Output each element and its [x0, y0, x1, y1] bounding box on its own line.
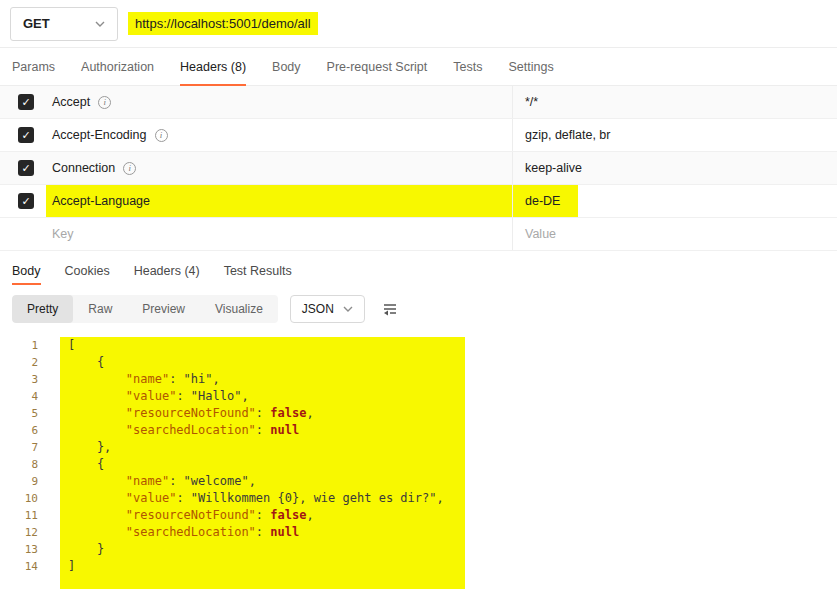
- language-label: JSON: [302, 302, 334, 316]
- response-tabs: BodyCookiesHeaders (4)Test Results: [0, 253, 837, 289]
- url-text: https://localhost:5001/demo/all: [128, 12, 318, 35]
- line-number: 4: [0, 388, 38, 405]
- request-tab-pre-request-script[interactable]: Pre-request Script: [327, 48, 428, 85]
- code-line: "searchedLocation": null: [68, 524, 459, 541]
- response-tab-cookies[interactable]: Cookies: [65, 253, 110, 289]
- response-tab-body[interactable]: Body: [12, 253, 41, 289]
- new-header-row: Key Value: [0, 218, 837, 251]
- code-line: "searchedLocation": null: [68, 422, 459, 439]
- code-line: {: [68, 456, 459, 473]
- chevron-down-icon: [343, 306, 353, 312]
- view-mode-pretty[interactable]: Pretty: [12, 295, 73, 323]
- request-tab-headers-8[interactable]: Headers (8): [180, 48, 246, 85]
- code-line: "resourceNotFound": false,: [68, 507, 459, 524]
- line-number: 8: [0, 456, 38, 473]
- header-key-cell[interactable]: Accept-Encodingi: [52, 119, 512, 151]
- header-row: ✓Connectionikeep-alive: [0, 152, 837, 185]
- method-label: GET: [23, 16, 50, 31]
- request-tab-settings[interactable]: Settings: [508, 48, 553, 85]
- line-number: 2: [0, 354, 38, 371]
- header-key-label: Accept: [52, 95, 90, 109]
- header-key-label: Accept-Language: [52, 194, 150, 208]
- code-line: {: [68, 354, 459, 371]
- line-number: 12: [0, 524, 38, 541]
- line-number: 14: [0, 558, 38, 575]
- header-value-cell[interactable]: gzip, deflate, br: [512, 119, 837, 151]
- header-value-cell[interactable]: de-DE: [512, 185, 837, 217]
- header-key-cell[interactable]: Accept-Language: [52, 185, 512, 217]
- code-line: },: [68, 439, 459, 456]
- header-checkbox-cell: ✓: [0, 185, 52, 217]
- view-mode-group: PrettyRawPreviewVisualize: [12, 295, 278, 323]
- line-number: 5: [0, 405, 38, 422]
- view-mode-visualize[interactable]: Visualize: [200, 295, 278, 323]
- line-number: 9: [0, 473, 38, 490]
- header-row: ✓Accepti*/*: [0, 86, 837, 119]
- code-line: "resourceNotFound": false,: [68, 405, 459, 422]
- header-checkbox[interactable]: ✓: [18, 160, 34, 176]
- header-key-label: Accept-Encoding: [52, 128, 147, 142]
- url-input[interactable]: https://localhost:5001/demo/all: [128, 16, 318, 31]
- line-number: 1: [0, 337, 38, 354]
- line-number: 6: [0, 422, 38, 439]
- line-number: 11: [0, 507, 38, 524]
- code-line: [: [68, 337, 459, 354]
- header-checkbox[interactable]: ✓: [18, 193, 34, 209]
- new-header-value-input[interactable]: Value: [525, 227, 556, 241]
- chevron-down-icon: [95, 21, 105, 27]
- line-number: 13: [0, 541, 38, 558]
- request-tab-tests[interactable]: Tests: [453, 48, 482, 85]
- request-url-bar: GET https://localhost:5001/demo/all: [0, 0, 837, 48]
- response-json: [ { "name": "hi", "value": "Hallo", "res…: [60, 337, 465, 589]
- header-row: ✓Accept-Languagede-DE: [0, 185, 837, 218]
- header-value-label: keep-alive: [525, 161, 582, 175]
- line-number: 3: [0, 371, 38, 388]
- header-key-cell[interactable]: Accepti: [52, 86, 512, 118]
- line-numbers: 1234567891011121314: [0, 337, 46, 589]
- line-number: 7: [0, 439, 38, 456]
- new-header-checkbox-cell: [0, 218, 52, 250]
- code-line: "name": "welcome",: [68, 473, 459, 490]
- header-key-cell[interactable]: Connectioni: [52, 152, 512, 184]
- beautify-icon: [381, 300, 399, 318]
- request-tab-body[interactable]: Body: [272, 48, 301, 85]
- response-tab-test-results[interactable]: Test Results: [224, 253, 292, 289]
- header-value-label: gzip, deflate, br: [525, 128, 610, 142]
- header-checkbox-cell: ✓: [0, 152, 52, 184]
- request-tabs: ParamsAuthorizationHeaders (8)BodyPre-re…: [0, 48, 837, 86]
- info-icon: i: [123, 162, 136, 175]
- headers-table: ✓Accepti*/*✓Accept-Encodingigzip, deflat…: [0, 86, 837, 218]
- header-value-label: */*: [525, 95, 538, 109]
- view-mode-raw[interactable]: Raw: [73, 295, 127, 323]
- header-checkbox[interactable]: ✓: [18, 94, 34, 110]
- request-tab-params[interactable]: Params: [12, 48, 55, 85]
- header-checkbox-cell: ✓: [0, 86, 52, 118]
- header-value-cell[interactable]: keep-alive: [512, 152, 837, 184]
- code-line: ]: [68, 558, 459, 575]
- header-checkbox-cell: ✓: [0, 119, 52, 151]
- language-select[interactable]: JSON: [290, 295, 365, 323]
- header-row: ✓Accept-Encodingigzip, deflate, br: [0, 119, 837, 152]
- beautify-button[interactable]: [377, 296, 403, 322]
- header-checkbox[interactable]: ✓: [18, 127, 34, 143]
- method-select[interactable]: GET: [10, 7, 118, 41]
- response-toolbar: PrettyRawPreviewVisualize JSON: [0, 289, 837, 329]
- header-value-label: de-DE: [525, 194, 560, 208]
- view-mode-preview[interactable]: Preview: [127, 295, 200, 323]
- code-line: "value": "Hallo",: [68, 388, 459, 405]
- line-number: 10: [0, 490, 38, 507]
- info-icon: i: [98, 96, 111, 109]
- header-key-label: Connection: [52, 161, 115, 175]
- code-line: "name": "hi",: [68, 371, 459, 388]
- new-header-key-input[interactable]: Key: [52, 227, 74, 241]
- info-icon: i: [155, 129, 168, 142]
- response-body: 1234567891011121314 [ { "name": "hi", "v…: [0, 329, 837, 589]
- header-value-cell[interactable]: */*: [512, 86, 837, 118]
- request-tab-authorization[interactable]: Authorization: [81, 48, 154, 85]
- code-line: }: [68, 541, 459, 558]
- code-line: "value": "Willkommen {0}, wie geht es di…: [68, 490, 459, 507]
- response-tab-headers-4[interactable]: Headers (4): [134, 253, 200, 289]
